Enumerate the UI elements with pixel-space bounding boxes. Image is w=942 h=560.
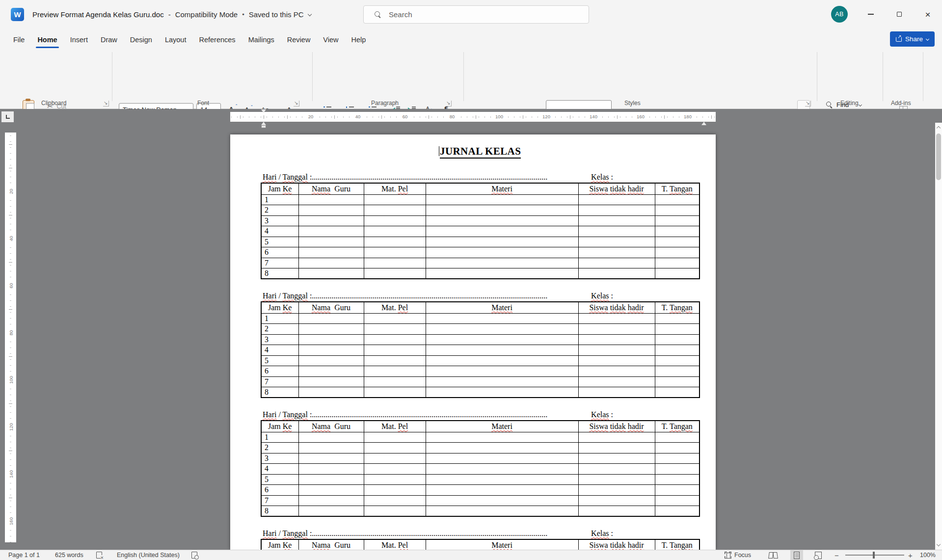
- table-cell[interactable]: [426, 355, 578, 366]
- misspelled-word[interactable]: tidak: [610, 422, 626, 430]
- table-cell[interactable]: [655, 453, 700, 464]
- table-cell[interactable]: [655, 432, 700, 443]
- avatar[interactable]: AB: [831, 6, 848, 23]
- header-cell[interactable]: Materi: [426, 539, 578, 550]
- dotted-fill-line[interactable]: ........................................…: [312, 291, 589, 301]
- table-cell[interactable]: [426, 258, 578, 268]
- row-number-cell[interactable]: 2: [261, 205, 298, 216]
- hari-tanggal-label[interactable]: Hari / Tanggal :: [263, 409, 312, 420]
- table-cell[interactable]: [426, 387, 578, 398]
- table-cell[interactable]: [298, 215, 364, 226]
- table-cell[interactable]: [426, 334, 578, 345]
- header-cell[interactable]: Jam Ke: [261, 302, 298, 313]
- table-cell[interactable]: [426, 247, 578, 258]
- table-cell[interactable]: [426, 226, 578, 237]
- table-cell[interactable]: [578, 226, 655, 237]
- paragraph-dialog-launcher[interactable]: ↘: [446, 101, 452, 107]
- header-cell[interactable]: Nama Guru: [298, 183, 364, 194]
- font-dialog-launcher[interactable]: ↘: [294, 101, 299, 107]
- misspelled-word[interactable]: Kelas: [591, 529, 609, 537]
- header-cell[interactable]: T. Tangan: [655, 302, 700, 313]
- row-number-cell[interactable]: 5: [261, 237, 298, 247]
- scrollbar-thumb[interactable]: [936, 133, 941, 180]
- table-cell[interactable]: [364, 237, 426, 247]
- misspelled-word[interactable]: Pel: [398, 303, 408, 312]
- table-cell[interactable]: [578, 464, 655, 475]
- table-cell[interactable]: [426, 215, 578, 226]
- zoom-slider-thumb[interactable]: [873, 552, 875, 559]
- misspelled-word[interactable]: Nama: [312, 422, 330, 430]
- table-cell[interactable]: [655, 247, 700, 258]
- table-cell[interactable]: [364, 324, 426, 335]
- misspelled-word[interactable]: Hari: [263, 410, 276, 419]
- zoom-out-button[interactable]: −: [834, 550, 839, 560]
- scroll-down-icon[interactable]: [937, 542, 941, 546]
- misspelled-word[interactable]: Materi: [491, 541, 512, 549]
- misspelled-word[interactable]: Materi: [491, 185, 512, 193]
- kelas-label[interactable]: Kelas :: [589, 172, 613, 183]
- table-cell[interactable]: [364, 376, 426, 387]
- table-cell[interactable]: [426, 474, 578, 485]
- header-cell[interactable]: Mat. Pel: [364, 421, 426, 432]
- misspelled-word[interactable]: hadir: [628, 541, 644, 549]
- vertical-scrollbar[interactable]: [935, 123, 942, 550]
- table-cell[interactable]: [364, 464, 426, 475]
- zoom-in-button[interactable]: +: [908, 550, 913, 560]
- restore-button[interactable]: [885, 0, 914, 28]
- header-cell[interactable]: Jam Ke: [261, 539, 298, 550]
- table-cell[interactable]: [578, 443, 655, 453]
- proofing-status-button[interactable]: [96, 550, 102, 560]
- misspelled-word[interactable]: Ke: [283, 422, 292, 430]
- table-cell[interactable]: [655, 495, 700, 506]
- zoom-level[interactable]: 100%: [920, 550, 936, 560]
- header-cell[interactable]: Siswa tidak hadir: [578, 539, 655, 550]
- table-cell[interactable]: [298, 345, 364, 356]
- table-cell[interactable]: [298, 258, 364, 268]
- kelas-label[interactable]: Kelas :: [589, 409, 613, 420]
- table-cell[interactable]: [364, 345, 426, 356]
- misspelled-word[interactable]: Siswa: [589, 303, 608, 312]
- misspelled-word[interactable]: Pel: [398, 541, 408, 549]
- header-cell[interactable]: T. Tangan: [655, 183, 700, 194]
- header-cell[interactable]: Jam Ke: [261, 183, 298, 194]
- misspelled-word[interactable]: Tanggal: [283, 292, 308, 300]
- table-cell[interactable]: [655, 237, 700, 247]
- misspelled-word[interactable]: Tanggal: [283, 410, 308, 419]
- section-caption[interactable]: Hari / Tanggal :........................…: [263, 172, 613, 183]
- row-number-cell[interactable]: 1: [261, 432, 298, 443]
- table-cell[interactable]: [364, 432, 426, 443]
- table-cell[interactable]: [364, 205, 426, 216]
- misspelled-word[interactable]: Nama: [312, 303, 330, 312]
- table-cell[interactable]: [655, 258, 700, 268]
- misspelled-word[interactable]: Hari: [263, 529, 276, 537]
- table-cell[interactable]: [298, 226, 364, 237]
- table-cell[interactable]: [578, 376, 655, 387]
- table-cell[interactable]: [578, 345, 655, 356]
- misspelled-word[interactable]: Tangan: [670, 541, 693, 549]
- dotted-fill-line[interactable]: ........................................…: [312, 528, 589, 539]
- chevron-down-icon[interactable]: [307, 12, 311, 16]
- table-cell[interactable]: [578, 313, 655, 324]
- table-cell[interactable]: [655, 345, 700, 356]
- share-button[interactable]: Share: [890, 31, 935, 47]
- row-number-cell[interactable]: 2: [261, 443, 298, 453]
- header-cell[interactable]: Siswa tidak hadir: [578, 421, 655, 432]
- table-cell[interactable]: [578, 194, 655, 205]
- table-cell[interactable]: [298, 366, 364, 377]
- header-cell[interactable]: T. Tangan: [655, 539, 700, 550]
- misspelled-word[interactable]: Tangan: [670, 422, 693, 430]
- table-cell[interactable]: [578, 205, 655, 216]
- close-button[interactable]: ×: [914, 0, 942, 28]
- table-cell[interactable]: [655, 334, 700, 345]
- table-cell[interactable]: [655, 474, 700, 485]
- header-cell[interactable]: Nama Guru: [298, 539, 364, 550]
- saved-state-label[interactable]: Saved to this PC: [249, 10, 304, 19]
- tab-help[interactable]: Help: [345, 31, 373, 48]
- read-mode-button[interactable]: [769, 550, 778, 560]
- table-cell[interactable]: [364, 258, 426, 268]
- table-cell[interactable]: [364, 453, 426, 464]
- table-cell[interactable]: [655, 506, 700, 517]
- table-cell[interactable]: [426, 432, 578, 443]
- table-cell[interactable]: [298, 237, 364, 247]
- row-number-cell[interactable]: 7: [261, 258, 298, 268]
